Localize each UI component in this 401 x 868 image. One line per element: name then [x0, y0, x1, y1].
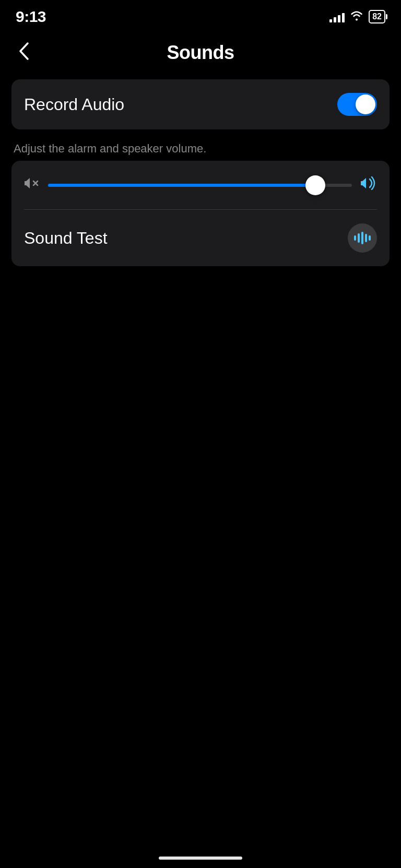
- battery-level: 82: [372, 12, 382, 21]
- volume-mute-icon: [24, 176, 40, 194]
- slider-track: [48, 184, 352, 187]
- sound-test-row: Sound Test: [11, 210, 390, 266]
- volume-description: Adjust the alarm and speaker volume.: [11, 135, 390, 161]
- volume-card: Sound Test: [11, 161, 390, 266]
- status-bar: 9:13 82: [0, 0, 401, 31]
- back-button[interactable]: [16, 39, 33, 67]
- record-audio-card: Record Audio: [11, 79, 390, 129]
- wifi-icon: [350, 10, 363, 23]
- signal-bars-icon: [329, 11, 345, 22]
- main-content: Record Audio Adjust the alarm and speake…: [0, 79, 401, 266]
- record-audio-label: Record Audio: [24, 95, 124, 114]
- slider-thumb: [305, 175, 325, 195]
- battery-icon: 82: [369, 10, 385, 23]
- volume-slider-row: [11, 161, 390, 209]
- sound-test-label: Sound Test: [24, 229, 108, 248]
- volume-high-icon: [360, 176, 377, 194]
- slider-fill: [48, 184, 315, 187]
- page-header: Sounds: [0, 31, 401, 79]
- page-title: Sounds: [167, 42, 234, 64]
- record-audio-row: Record Audio: [11, 79, 390, 129]
- volume-slider[interactable]: [48, 184, 352, 187]
- sound-test-button[interactable]: [348, 223, 377, 253]
- status-icons: 82: [329, 10, 385, 23]
- home-indicator: [159, 857, 242, 860]
- waveform-icon: [354, 232, 371, 244]
- record-audio-toggle[interactable]: [337, 93, 377, 116]
- status-time: 9:13: [16, 8, 46, 26]
- toggle-knob: [356, 94, 375, 114]
